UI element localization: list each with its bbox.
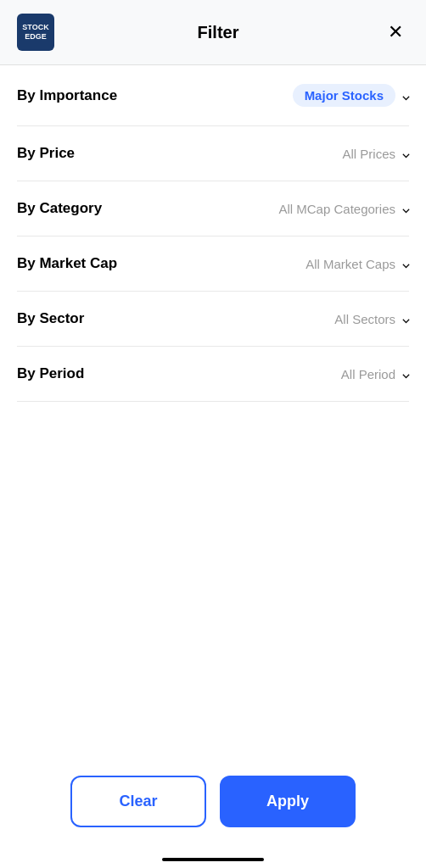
- header: STOCK EDGE Filter ✕: [0, 0, 426, 65]
- filter-value-sector: All Sectors: [334, 312, 395, 326]
- filter-list: By ImportanceMajor Stocks⌵By PriceAll Pr…: [0, 65, 426, 758]
- filter-value-category: All MCap Categories: [278, 202, 395, 216]
- filter-label-price: By Price: [17, 145, 75, 162]
- filter-label-market_cap: By Market Cap: [17, 255, 117, 272]
- filter-row-price[interactable]: By PriceAll Prices⌵: [17, 126, 409, 181]
- filter-label-sector: By Sector: [17, 310, 84, 327]
- filter-value-market_cap: All Market Caps: [305, 257, 395, 271]
- clear-button[interactable]: Clear: [70, 776, 206, 827]
- filter-right-price: All Prices⌵: [342, 147, 409, 161]
- filter-label-importance: By Importance: [17, 87, 117, 104]
- chevron-down-icon-period: ⌵: [402, 367, 409, 381]
- filter-value-period: All Period: [341, 367, 395, 381]
- chevron-down-icon-sector: ⌵: [402, 312, 409, 326]
- filter-row-period[interactable]: By PeriodAll Period⌵: [17, 347, 409, 402]
- filter-label-category: By Category: [17, 200, 102, 217]
- apply-button[interactable]: Apply: [220, 776, 356, 827]
- footer-actions: Clear Apply: [0, 758, 426, 858]
- chevron-down-icon-market_cap: ⌵: [402, 257, 409, 270]
- filter-row-importance[interactable]: By ImportanceMajor Stocks⌵: [17, 65, 409, 126]
- filter-row-sector[interactable]: By SectorAll Sectors⌵: [17, 292, 409, 347]
- filter-right-market_cap: All Market Caps⌵: [305, 257, 409, 271]
- bottom-indicator: [162, 858, 264, 861]
- chevron-down-icon-importance: ⌵: [402, 89, 409, 103]
- page-title: Filter: [198, 23, 239, 42]
- chevron-down-icon-category: ⌵: [402, 202, 409, 215]
- filter-right-sector: All Sectors⌵: [334, 312, 409, 326]
- filter-right-importance: Major Stocks⌵: [293, 84, 409, 107]
- filter-value-importance: Major Stocks: [293, 84, 395, 107]
- filter-value-price: All Prices: [342, 147, 395, 161]
- filter-row-category[interactable]: By CategoryAll MCap Categories⌵: [17, 181, 409, 236]
- close-button[interactable]: ✕: [382, 19, 409, 46]
- app-logo: STOCK EDGE: [17, 14, 54, 51]
- filter-right-period: All Period⌵: [341, 367, 409, 381]
- filter-right-category: All MCap Categories⌵: [278, 202, 409, 216]
- filter-row-market_cap[interactable]: By Market CapAll Market Caps⌵: [17, 236, 409, 292]
- filter-label-period: By Period: [17, 365, 84, 382]
- chevron-down-icon-price: ⌵: [402, 147, 409, 160]
